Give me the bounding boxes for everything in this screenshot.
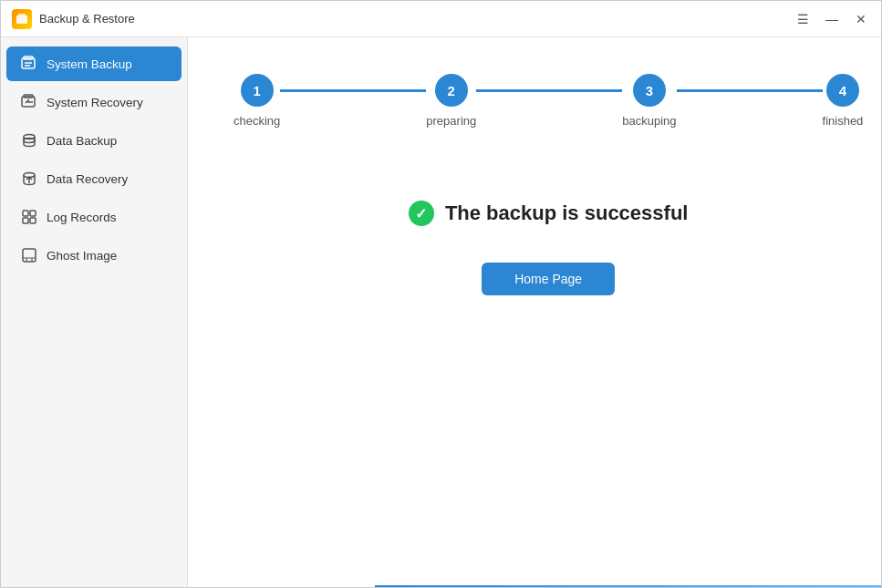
svg-rect-1: [18, 14, 26, 16]
step-1: 1 checking: [233, 74, 280, 128]
step-4: 4 finished: [823, 74, 864, 128]
steps-container: 1 checking 2 preparing 3 backuping 4 fin…: [233, 74, 863, 128]
svg-rect-11: [23, 211, 28, 216]
title-bar-left: Backup & Restore: [12, 9, 135, 29]
minimize-button[interactable]: —: [819, 6, 845, 32]
system-recovery-icon: [21, 94, 37, 110]
step-circle-2: 2: [435, 74, 468, 107]
sidebar-item-ghost-image[interactable]: Ghost Image: [6, 238, 182, 273]
step-label-2: preparing: [426, 114, 476, 128]
sidebar-item-system-backup[interactable]: System Backup: [6, 46, 182, 81]
success-text: The backup is successful: [445, 201, 689, 225]
step-label-3: backuping: [622, 114, 676, 128]
home-page-button[interactable]: Home Page: [482, 263, 615, 295]
sidebar-label-log-records: Log Records: [47, 211, 117, 224]
svg-rect-15: [23, 249, 36, 262]
sidebar-label-ghost-image: Ghost Image: [47, 249, 117, 263]
step-2: 2 preparing: [426, 74, 476, 128]
title-bar: Backup & Restore ☰ — ✕: [1, 1, 881, 37]
step-connector-3-4: [677, 89, 823, 92]
app-title: Backup & Restore: [39, 12, 135, 26]
step-circle-1: 1: [241, 74, 274, 107]
menu-button[interactable]: ☰: [790, 6, 815, 32]
svg-point-9: [24, 139, 35, 143]
log-records-icon: [21, 209, 37, 225]
sidebar-item-data-recovery[interactable]: Data Recovery: [6, 161, 182, 196]
svg-rect-14: [30, 218, 36, 223]
sidebar-label-system-recovery: System Recovery: [47, 96, 143, 109]
sidebar-label-system-backup: System Backup: [47, 57, 132, 71]
step-circle-3: 3: [633, 74, 666, 107]
sidebar-item-log-records[interactable]: Log Records: [6, 200, 182, 234]
ghost-image-icon: [21, 247, 37, 263]
step-connector-2-3: [476, 89, 622, 92]
success-checkmark-icon: ✓: [409, 201, 434, 226]
sidebar: System Backup System Recovery: [1, 37, 188, 588]
svg-rect-12: [30, 211, 36, 216]
step-label-1: checking: [233, 114, 280, 128]
sidebar-label-data-backup: Data Backup: [47, 134, 117, 148]
main-layout: System Backup System Recovery: [1, 37, 881, 588]
data-backup-icon: [21, 132, 37, 149]
step-label-4: finished: [823, 114, 864, 128]
content-area: 1 checking 2 preparing 3 backuping 4 fin…: [188, 37, 882, 588]
app-icon: [12, 9, 32, 29]
sidebar-item-data-backup[interactable]: Data Backup: [6, 123, 182, 158]
success-message: ✓ The backup is successful: [409, 201, 689, 226]
svg-rect-13: [23, 218, 28, 223]
data-recovery-icon: [21, 170, 37, 187]
step-3: 3 backuping: [622, 74, 676, 128]
close-button[interactable]: ✕: [848, 6, 874, 32]
step-circle-4: 4: [826, 74, 859, 107]
window-controls: ☰ — ✕: [790, 6, 874, 32]
svg-rect-0: [16, 15, 27, 24]
success-section: ✓ The backup is successful Home Page: [409, 201, 689, 295]
step-connector-1-2: [280, 89, 426, 92]
system-backup-icon: [21, 56, 37, 72]
sidebar-label-data-recovery: Data Recovery: [47, 172, 128, 186]
sidebar-item-system-recovery[interactable]: System Recovery: [6, 85, 182, 119]
